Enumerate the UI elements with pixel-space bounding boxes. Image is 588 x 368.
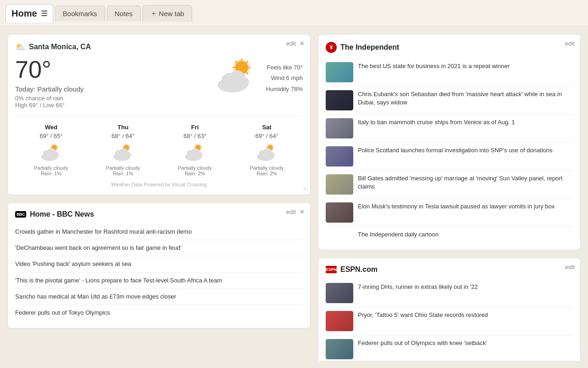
bbc-item-4[interactable]: 'This is the pivotal game' - Lions prepa… [15,273,303,289]
espn-item-3[interactable]: Federer pulls out of Olympics with knee … [326,335,573,361]
thu-icon [87,143,159,161]
independent-thumb-5 [326,174,353,195]
espn-edit-button[interactable]: edit [565,264,575,270]
bbc-item-3[interactable]: Video 'Pushing back' asylum seekers at s… [15,256,303,272]
notes-tab[interactable]: Notes [107,6,141,21]
bbc-edit-close: edit ✕ [286,208,305,215]
weather-widget: ⛅ Santa Monica, CA edit ✕ 70° Today: Par… [7,34,311,195]
sat-icon [231,143,303,161]
weather-left: 70° Today: Partially cloudy 0% chance of… [15,58,205,109]
svg-point-25 [124,152,131,158]
svg-point-13 [238,77,249,88]
weather-svg-icon [215,58,256,94]
independent-item-7[interactable]: The Independent daily cartoon [326,227,573,242]
bbc-item-6[interactable]: Federer pulls out of Tokyo Olympics [15,305,303,321]
espn-thumb-2 [326,311,353,331]
weather-rain-chance: 0% chance of rain [15,95,205,102]
independent-icon: ¥ [326,42,337,53]
forecast-thu: Thu 68° / 64° Partially cloudy R [87,124,159,176]
weather-location: Santa Monica, CA [29,43,91,51]
weather-temperature: 70° [15,58,205,81]
independent-item-2[interactable]: Chris Eubank's son Sebastian died from '… [326,86,573,115]
weather-feels-info: Feels like 70° Wind 6 mph Humidity 78% [266,58,303,94]
independent-thumb-4 [326,146,353,167]
bbc-close-button[interactable]: ✕ [300,208,305,215]
weather-high-low: High 69° / Low 66° [15,102,205,109]
independent-thumb-3 [326,118,353,138]
independent-item-4[interactable]: Police Scotland launches formal investig… [326,143,573,171]
right-column: ¥ The Independent edit The best US state… [318,34,581,361]
svg-point-19 [52,152,59,158]
left-column: ⛅ Santa Monica, CA edit ✕ 70° Today: Par… [7,34,311,361]
independent-widget: ¥ The Independent edit The best US state… [318,34,581,250]
feels-like: Feels like 70° [266,62,303,73]
independent-title: The Independent [340,43,399,52]
independent-header: ¥ The Independent [326,42,573,53]
weather-close-button[interactable]: ✕ [300,40,305,47]
plus-icon: ＋ [150,9,157,18]
forecast-sat: Sat 69° / 64° Partially cloudy R [231,124,303,176]
espn-widget: ESPN ESPN.com edit 7-inning DHs, runner … [318,258,581,361]
home-label: Home [11,8,37,19]
espn-item-2[interactable]: Pryor, 'Tattoo 5' want Ohio State record… [326,307,573,335]
espn-item-1[interactable]: 7-inning DHs, runner in extras likely ou… [326,279,573,307]
weather-description: Today: Partially cloudy [15,85,205,93]
weather-icon-large [213,58,259,94]
forecast-fri: Fri 68° / 63° Partially cloudy R [159,124,231,176]
wind: Wind 6 mph [266,73,303,83]
svg-point-31 [196,152,203,158]
top-navigation: Home ☰ Bookmarks Notes ＋ New tab [0,0,588,27]
forecast-wed: Wed 69° / 65° Partially cloudy R [15,124,87,176]
wed-icon [15,143,87,161]
bookmarks-tab[interactable]: Bookmarks [55,6,105,21]
independent-thumb-6 [326,202,353,223]
resize-handle[interactable]: ⤡ [303,185,308,193]
independent-thumb-1 [326,62,353,82]
espn-icon: ESPN [326,266,337,273]
weather-main: 70° Today: Partially cloudy 0% chance of… [15,58,303,109]
independent-edit-button[interactable]: edit [565,40,575,47]
bbc-item-5[interactable]: Sancho has medical at Man Utd as £73m mo… [15,289,303,305]
weather-forecast: Wed 69° / 65° Partially cloudy R [15,116,303,176]
home-tab[interactable]: Home ☰ [6,4,53,23]
main-content: ⛅ Santa Monica, CA edit ✕ 70° Today: Par… [0,27,588,368]
bbc-icon: BBC [15,211,26,218]
bbc-news-title: Home - BBC News [30,210,94,218]
svg-point-37 [268,152,275,158]
espn-thumb-3 [326,339,353,359]
independent-item-6[interactable]: Elon Musk's testimony in Tesla lawsuit p… [326,199,573,227]
fri-icon [159,143,231,161]
bbc-item-2[interactable]: 'DeChambeau went back on agreement so is… [15,240,303,256]
hamburger-icon[interactable]: ☰ [41,9,47,18]
independent-thumb-2 [326,90,353,110]
weather-edit-close: edit ✕ [286,40,305,47]
espn-thumb-1 [326,283,353,303]
independent-item-1[interactable]: The best US state for business in 2021 i… [326,58,573,86]
weather-attribution: Weather Data Powered by Visual Crossing [15,182,303,187]
new-tab-button[interactable]: ＋ New tab [142,5,192,22]
bbc-item-1[interactable]: Crowds gather in Manchester for Rashford… [15,224,303,240]
independent-item-5[interactable]: Bill Gates admitted 'messing up' marriag… [326,171,573,199]
cloud-header-icon: ⛅ [15,42,25,52]
weather-edit-button[interactable]: edit [286,40,296,47]
bbc-news-header: BBC Home - BBC News [15,210,303,218]
humidity: Humidity 78% [266,84,303,94]
bbc-edit-button[interactable]: edit [286,208,296,215]
bbc-news-widget: BBC Home - BBC News edit ✕ Crowds gather… [7,202,311,328]
espn-header: ESPN ESPN.com [326,265,573,274]
weather-header: ⛅ Santa Monica, CA [15,42,303,52]
espn-title: ESPN.com [340,265,378,274]
independent-item-3[interactable]: Italy to ban mammoth cruise ships from V… [326,115,573,143]
